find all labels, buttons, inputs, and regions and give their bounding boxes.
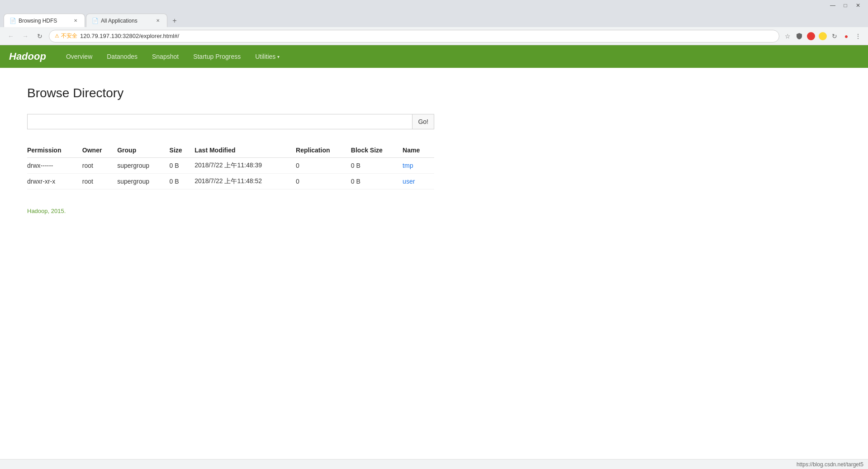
- table-header-row: Permission Owner Group Size Last Modifie…: [27, 143, 434, 158]
- tab-label-browsing: Browsing HDFS: [19, 18, 57, 24]
- tab-browsing-hdfs[interactable]: 📄 Browsing HDFS ✕: [4, 14, 85, 27]
- close-button[interactable]: ✕: [852, 1, 864, 10]
- tabs-bar: 📄 Browsing HDFS ✕ 📄 All Applications ✕ +: [0, 11, 868, 27]
- search-input[interactable]: [27, 114, 412, 129]
- cell-block_size: 0 B: [351, 174, 403, 189]
- hadoop-navbar: Hadoop Overview Datanodes Snapshot Start…: [0, 45, 868, 68]
- address-bar: ← → ↻ ⚠ 不安全 120.79.197.130:32802/explore…: [0, 27, 868, 45]
- table-row: drwxr-xr-xrootsupergroup0 B2018/7/22 上午1…: [27, 174, 434, 189]
- window-controls-bar: — □ ✕: [0, 0, 868, 11]
- directory-table: Permission Owner Group Size Last Modifie…: [27, 143, 434, 189]
- nav-datanodes[interactable]: Datanodes: [100, 50, 144, 63]
- cell-group: supergroup: [117, 174, 169, 189]
- col-last-modified: Last Modified: [194, 143, 296, 158]
- name-link-tmp[interactable]: tmp: [403, 162, 413, 169]
- avatar-red: [806, 32, 816, 41]
- nav-overview[interactable]: Overview: [60, 50, 99, 63]
- maximize-button[interactable]: □: [839, 1, 852, 10]
- tab-all-applications[interactable]: 📄 All Applications ✕: [86, 14, 167, 27]
- cell-size: 0 B: [170, 158, 195, 174]
- back-button[interactable]: ←: [5, 31, 16, 42]
- security-icon: ⚠: [55, 33, 59, 39]
- footer-text: Hadoop, 2015.: [27, 208, 841, 214]
- col-block-size: Block Size: [351, 143, 403, 158]
- cell-last_modified: 2018/7/22 上午11:48:39: [194, 158, 296, 174]
- browser-actions: ☆ ↻ ● ⋮: [783, 32, 863, 41]
- chevron-down-icon: ▾: [277, 54, 280, 59]
- hadoop-brand: Hadoop: [9, 51, 46, 62]
- col-replication: Replication: [296, 143, 351, 158]
- tab-close-applications[interactable]: ✕: [154, 17, 161, 24]
- nav-utilities[interactable]: Utilities ▾: [249, 50, 286, 63]
- tab-icon-applications: 📄: [92, 18, 98, 24]
- col-owner: Owner: [82, 143, 117, 158]
- go-button[interactable]: Go!: [412, 114, 434, 129]
- col-permission: Permission: [27, 143, 82, 158]
- stop-icon[interactable]: ●: [842, 32, 851, 41]
- search-row: Go!: [27, 114, 434, 129]
- cell-owner: root: [82, 174, 117, 189]
- tab-label-applications: All Applications: [101, 18, 138, 24]
- forward-button[interactable]: →: [20, 31, 31, 42]
- main-content: Browse Directory Go! Permission Owner Gr…: [0, 68, 868, 232]
- page-title: Browse Directory: [27, 86, 841, 100]
- name-link-user[interactable]: user: [403, 178, 415, 185]
- tab-icon-browsing: 📄: [9, 18, 16, 24]
- col-group: Group: [117, 143, 169, 158]
- reload-button[interactable]: ↻: [34, 31, 45, 42]
- cell-group: supergroup: [117, 158, 169, 174]
- browser-refresh-icon[interactable]: ↻: [830, 32, 839, 41]
- hadoop-nav-links: Overview Datanodes Snapshot Startup Prog…: [60, 50, 286, 63]
- nav-utilities-label: Utilities: [255, 53, 275, 60]
- cell-size: 0 B: [170, 174, 195, 189]
- cell-permission: drwxr-xr-x: [27, 174, 82, 189]
- col-size: Size: [170, 143, 195, 158]
- avatar-yellow: [818, 32, 827, 41]
- url-text: 120.79.197.130:32802/explorer.html#/: [80, 33, 179, 39]
- cell-name: user: [403, 174, 434, 189]
- cell-replication: 0: [296, 174, 351, 189]
- shield-icon: [795, 32, 804, 41]
- cell-last_modified: 2018/7/22 上午11:48:52: [194, 174, 296, 189]
- cell-permission: drwx------: [27, 158, 82, 174]
- table-row: drwx------rootsupergroup0 B2018/7/22 上午1…: [27, 158, 434, 174]
- cell-owner: root: [82, 158, 117, 174]
- nav-startup-progress[interactable]: Startup Progress: [187, 50, 247, 63]
- cell-block_size: 0 B: [351, 158, 403, 174]
- url-bar[interactable]: ⚠ 不安全 120.79.197.130:32802/explorer.html…: [49, 30, 779, 43]
- security-label: 不安全: [61, 32, 77, 40]
- bookmark-button[interactable]: ☆: [783, 32, 792, 41]
- tab-close-browsing[interactable]: ✕: [72, 17, 79, 24]
- col-name: Name: [403, 143, 434, 158]
- nav-snapshot[interactable]: Snapshot: [146, 50, 185, 63]
- menu-icon[interactable]: ⋮: [854, 32, 863, 41]
- cell-name: tmp: [403, 158, 434, 174]
- minimize-button[interactable]: —: [826, 1, 839, 10]
- cell-replication: 0: [296, 158, 351, 174]
- new-tab-button[interactable]: +: [168, 14, 181, 27]
